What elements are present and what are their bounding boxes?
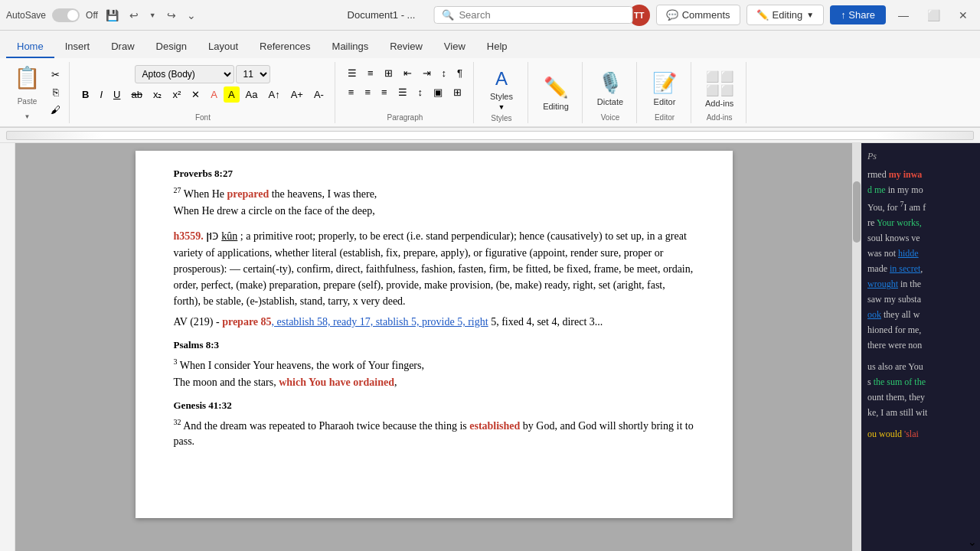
search-input[interactable] (459, 9, 624, 21)
ruler (0, 128, 980, 143)
case-button[interactable]: A↑ (263, 86, 284, 103)
align-left-button[interactable]: ≡ (344, 84, 359, 100)
search-icon: 🔍 (442, 9, 454, 21)
scrollbar-thumb[interactable] (853, 181, 861, 243)
title-bar: AutoSave Off 💾 ↩ ▼ ↪ ⌄ Document1 - ... 🔍… (0, 0, 980, 31)
superscript-button[interactable]: x² (168, 86, 185, 103)
decrease-indent-button[interactable]: ⇤ (399, 65, 416, 81)
tab-home[interactable]: Home (6, 36, 54, 58)
proverbs-heading: Proverbs 8:27 (174, 166, 694, 181)
comment-icon: 💬 (666, 9, 678, 21)
shading-button[interactable]: Aa (241, 86, 263, 103)
line-spacing-button[interactable]: ↕ (413, 84, 428, 100)
addins-label: Add-ins (705, 99, 733, 108)
sort-button[interactable]: ↕ (437, 65, 452, 81)
strikethrough-button[interactable]: ab (126, 86, 146, 103)
borders-button[interactable]: ⊞ (449, 84, 466, 100)
clipboard-side-buttons: ✂ ⎘ 🖌 (45, 62, 66, 123)
tab-help[interactable]: Help (476, 36, 518, 58)
rp-line-16: ke, I am still wit (861, 405, 980, 420)
font-color-button[interactable]: A (206, 86, 222, 103)
rp-line-7: made in secret, (861, 261, 980, 276)
shrink-font-button[interactable]: A- (309, 86, 328, 103)
editing-mode-button[interactable]: ✏️ Editing ▼ (746, 5, 825, 25)
styles-button[interactable]: A Styles ▼ (482, 65, 521, 114)
restore-button[interactable]: ⬜ (921, 6, 946, 24)
genesis-block: Genesis 41:32 32 And the dream was repea… (174, 398, 694, 449)
main-area: Proverbs 8:27 27 When He prepared the he… (0, 143, 980, 551)
right-panel-header: Ps (861, 148, 980, 167)
undo-button[interactable]: ↩ (126, 6, 142, 24)
share-icon: ↑ (841, 9, 846, 21)
justify-button[interactable]: ☰ (394, 84, 412, 100)
grow-font-button[interactable]: A+ (286, 86, 308, 103)
tab-draw[interactable]: Draw (100, 36, 145, 58)
scrollbar[interactable] (852, 143, 861, 551)
av-end: 5, fixed 4, set 4, direct 3... (488, 316, 603, 328)
undo-dropdown[interactable]: ▼ (146, 8, 159, 22)
comments-button[interactable]: 💬 Comments (656, 5, 740, 25)
numbering-button[interactable]: ≡ (363, 65, 378, 81)
chevron-down-icon: ▼ (806, 11, 814, 19)
editor-icon: 📝 (652, 71, 677, 95)
minimize-button[interactable]: — (892, 6, 915, 24)
rp-line-12: there were non (861, 337, 980, 353)
verse-num-27: 27 (174, 186, 181, 194)
underline-button[interactable]: U (109, 86, 125, 103)
dictate-button[interactable]: 🎙️ Dictate (590, 68, 630, 109)
font-family-select[interactable]: Aptos (Body) (135, 65, 234, 83)
bullets-button[interactable]: ☰ (343, 65, 361, 81)
redo-button[interactable]: ↪ (164, 6, 179, 24)
tab-layout[interactable]: Layout (198, 36, 249, 58)
av-prepare: prepare 85 (222, 316, 271, 328)
tab-insert[interactable]: Insert (54, 36, 101, 58)
ribbon-expand-button[interactable]: ⌄ (968, 536, 977, 548)
align-right-button[interactable]: ≡ (377, 84, 392, 100)
tab-review[interactable]: Review (379, 36, 433, 58)
highlight-button[interactable]: A (224, 86, 240, 103)
addins-button[interactable]: ⬜⬜ ⬜⬜ Add-ins (699, 67, 740, 111)
save-button[interactable]: 💾 (103, 6, 122, 24)
rp-line-17: ou would 'slai (861, 426, 980, 442)
copy-button[interactable]: ⎘ (48, 85, 63, 99)
rp-spacer-2 (861, 420, 980, 426)
close-button[interactable]: ✕ (952, 6, 974, 24)
clear-format-button[interactable]: ✕ (187, 86, 204, 103)
more-button[interactable]: ⌄ (184, 6, 199, 24)
psalms-heading: Psalms 8:3 (174, 337, 694, 353)
italic-button[interactable]: I (95, 86, 107, 103)
tab-references[interactable]: References (249, 36, 321, 58)
format-painter-button[interactable]: 🖌 (48, 103, 63, 117)
editor-button[interactable]: 📝 Editor (645, 68, 684, 109)
paste-label: Paste (18, 97, 38, 106)
verse-27-prefix: When He (184, 187, 227, 199)
subscript-button[interactable]: x₂ (149, 86, 167, 103)
paste-button[interactable]: 📋 Paste ▼ (9, 62, 45, 123)
bold-button[interactable]: B (77, 86, 93, 103)
editing-btn-text: Editing (543, 102, 569, 111)
multilevel-button[interactable]: ⊞ (380, 65, 397, 81)
paragraph-group: ☰ ≡ ⊞ ⇤ ⇥ ↕ ¶ ≡ ≡ ≡ ☰ ↕ ▣ ⊞ Pa (337, 62, 474, 123)
cut-button[interactable]: ✂ (48, 67, 63, 82)
autosave-toggle[interactable] (52, 8, 80, 22)
tab-design[interactable]: Design (145, 36, 198, 58)
increase-indent-button[interactable]: ⇥ (418, 65, 436, 81)
align-center-button[interactable]: ≡ (360, 84, 375, 100)
editing-ribbon-button[interactable]: ✏️ Editing (536, 73, 576, 114)
shading-para-button[interactable]: ▣ (429, 84, 447, 100)
av-line: AV (219) - prepare 85, establish 58, rea… (174, 314, 694, 330)
rp-line-9: saw my substa (861, 292, 980, 307)
rp-line-6: was not hidde (861, 246, 980, 261)
genesis-heading: Genesis 41:32 (174, 398, 694, 413)
tab-view[interactable]: View (433, 36, 476, 58)
voice-group-label: Voice (601, 113, 619, 123)
rp-line-1: rmed my inwa (861, 167, 980, 182)
font-size-select[interactable]: 11 (236, 65, 270, 83)
av-rest: , establish 58, ready 17, stablish 5, pr… (272, 316, 488, 328)
share-button[interactable]: ↑ Share (830, 5, 886, 24)
search-bar[interactable]: 🔍 (433, 6, 632, 24)
show-marks-button[interactable]: ¶ (452, 65, 467, 81)
tab-mailings[interactable]: Mailings (322, 36, 380, 58)
share-label: Share (848, 9, 875, 21)
addins-group-label: Add-ins (707, 113, 733, 123)
